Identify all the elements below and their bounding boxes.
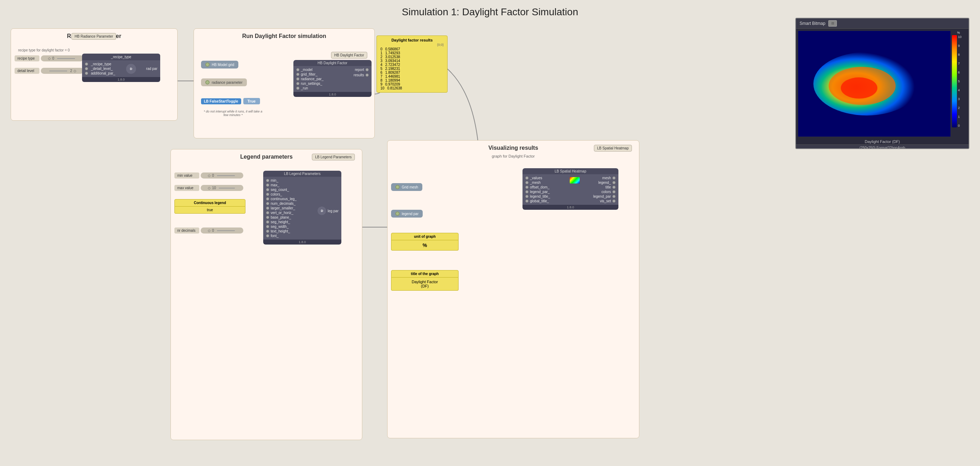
unit-of-graph-title: unit of graph xyxy=(391,233,458,240)
lb-legend-params-label[interactable]: LB Legend Parameters xyxy=(312,154,355,160)
port-legend-par-in: legend_par_ xyxy=(525,190,567,194)
viz-main-node: LB Spatial Heatmap _values _mesh offset_… xyxy=(522,168,619,210)
scale-5: 5 xyxy=(958,79,961,83)
legend-version: 1.8.0 xyxy=(263,239,341,244)
min-value-input[interactable]: min value ◇ 0 xyxy=(174,173,243,179)
max-value-label: max value xyxy=(174,185,199,191)
port-larger-smaller: larger_smaller_ xyxy=(266,206,318,211)
hb-model-grid-node[interactable]: HB Model grid xyxy=(201,61,238,68)
port-title-out: title xyxy=(582,185,616,190)
heatmap-titlebar: Smart Bitmap 🖼 xyxy=(796,19,969,29)
svg-point-3 xyxy=(841,78,877,99)
recipe-type-label: recipe type xyxy=(14,55,40,62)
scale-1: 1 xyxy=(958,115,961,119)
viz-group: Visualizing results graph for Daylight F… xyxy=(387,140,640,438)
viz-version: 1.8.0 xyxy=(522,205,619,210)
detail-level-value: 2 xyxy=(70,69,72,73)
scale-6: 6 xyxy=(958,71,961,74)
grid-mesh-label: Grid mesh xyxy=(402,185,418,189)
max-value-slider[interactable]: ◇ 10 xyxy=(201,185,243,191)
unit-of-graph-value: % xyxy=(391,240,458,250)
port-global-title: global_title_ xyxy=(525,199,567,203)
lb-spatial-heatmap-label[interactable]: LB Spatial Heatmap xyxy=(594,145,632,152)
port-text-height: text_height_ xyxy=(266,229,318,233)
grid-mesh-node[interactable]: Grid mesh xyxy=(391,183,422,191)
port-mesh: _mesh xyxy=(525,180,567,185)
heatmap-scale: % 10 9 8 7 6 5 4 3 2 1 0 xyxy=(951,31,967,136)
port-legend-par-out: legend_par xyxy=(582,194,616,199)
scale-10: 10 xyxy=(958,35,961,39)
continuous-legend-value: true xyxy=(174,206,245,214)
detail-level-slider[interactable]: 2 ◇ xyxy=(41,68,83,74)
scale-percent-label: % xyxy=(957,31,960,35)
toggle-note: * do not interupt while it runs, it will… xyxy=(201,110,265,117)
legend-main-node: LB Legend Parameters min_ max_ seg_count… xyxy=(263,171,341,244)
hb-model-grid-port xyxy=(205,62,210,67)
toggle-container[interactable]: LB FalseStartToggle True xyxy=(201,98,260,105)
port-max: max_ xyxy=(266,183,318,187)
scale-8: 8 xyxy=(958,53,961,56)
toggle-label: LB FalseStartToggle xyxy=(204,99,238,103)
radiance-param-input[interactable]: radiance parameter xyxy=(201,78,247,86)
detail-level-label: detail level xyxy=(14,68,40,74)
hb-df-label[interactable]: HB Daylight Factor xyxy=(331,52,367,59)
detail-level-input[interactable]: detail level 2 ◇ xyxy=(14,68,83,74)
recipe-type-input[interactable]: recipe type ◇ 0 xyxy=(14,55,83,62)
run-group: Run Daylight Factor simulation HB Daylig… xyxy=(194,29,375,138)
port-legend-out: legend_ xyxy=(582,180,616,185)
port-continuous-leg: continuous_leg_ xyxy=(266,197,318,201)
scale-9: 9 xyxy=(958,44,961,48)
radiance-main-node: _recipe_type _recipe_type _detail_level_… xyxy=(82,54,160,82)
port-values: _values xyxy=(525,176,567,180)
radiance-node-header: _recipe_type xyxy=(111,55,131,59)
heatmap-title: Smart Bitmap xyxy=(800,21,826,26)
title-of-graph-value: Daylight Factor (DF) xyxy=(391,277,458,291)
hb-radiance-label[interactable]: HB Radiance Parameter xyxy=(72,33,116,40)
nr-decimals-input[interactable]: nr decimals ◇ 0 xyxy=(174,228,243,233)
run-node-name: HB Daylight Factor xyxy=(318,61,347,65)
heatmap-canvas xyxy=(798,31,951,136)
heatmap-svg xyxy=(798,31,951,136)
legend-badge-area: D leg par xyxy=(318,206,339,215)
nr-decimals-slider[interactable]: ◇ 0 xyxy=(201,228,243,233)
toggle-node[interactable]: LB FalseStartToggle xyxy=(201,98,241,105)
port-colors-out: colors xyxy=(582,190,616,194)
radiance-param-label: radiance parameter xyxy=(212,81,243,84)
port-seg-count: seg_count_ xyxy=(266,187,318,192)
results-coord: {0;0} xyxy=(380,43,444,46)
title-of-graph-container: title of the graph Daylight Factor (DF) xyxy=(391,270,458,291)
results-box: Daylight factor results {0;0} 00.586867 … xyxy=(377,35,447,93)
port-seg-height: seg_height_ xyxy=(266,220,318,224)
heatmap-icon: 🖼 xyxy=(828,20,837,27)
min-value-slider[interactable]: ◇ 0 xyxy=(201,173,243,179)
min-value: 0 xyxy=(212,174,214,178)
heatmap-bottom-label: Daylight Factor (DF) xyxy=(796,139,969,144)
scale-4: 4 xyxy=(958,89,961,92)
port-num-decimals: num_decimals_ xyxy=(266,201,318,206)
port-model: _model xyxy=(296,67,354,72)
grid-mesh-port xyxy=(395,185,399,189)
max-value-input[interactable]: max value ◇ 10 xyxy=(174,185,243,191)
radiance-subtitle: recipe type for daylight factor = 0 xyxy=(18,48,70,52)
port-detail-level: _detail_level_ xyxy=(85,67,125,71)
port-font: font_ xyxy=(266,233,318,238)
port-run-settings: run_settings_ xyxy=(296,81,354,86)
scale-7: 7 xyxy=(958,62,961,65)
scale-3: 3 xyxy=(958,97,961,101)
radiance-version: 1.8.0 xyxy=(118,78,125,81)
toggle-value[interactable]: True xyxy=(243,98,260,105)
scale-container: 10 9 8 7 6 5 4 3 2 1 0 xyxy=(952,35,965,127)
port-recipe-type: _recipe_type xyxy=(85,62,125,67)
legend-par-port xyxy=(395,212,399,216)
viz-node-header: LB Spatial Heatmap xyxy=(522,168,619,174)
results-title: Daylight factor results xyxy=(380,38,444,42)
run-group-title: Run Daylight Factor simulation xyxy=(198,33,370,40)
hb-model-grid-label: HB Model grid xyxy=(212,63,234,67)
port-vis-set: vis_set xyxy=(582,199,616,203)
legend-icon: D xyxy=(318,206,326,215)
scale-bar xyxy=(952,35,957,127)
results-data: 00.586867 11.749293 23.012538 33.093414 … xyxy=(380,47,444,90)
recipe-type-slider[interactable]: ◇ 0 xyxy=(41,55,83,62)
radiance-group: Radiance parameter HB Radiance Parameter… xyxy=(11,29,178,120)
legend-par-node[interactable]: legend par xyxy=(391,210,423,217)
